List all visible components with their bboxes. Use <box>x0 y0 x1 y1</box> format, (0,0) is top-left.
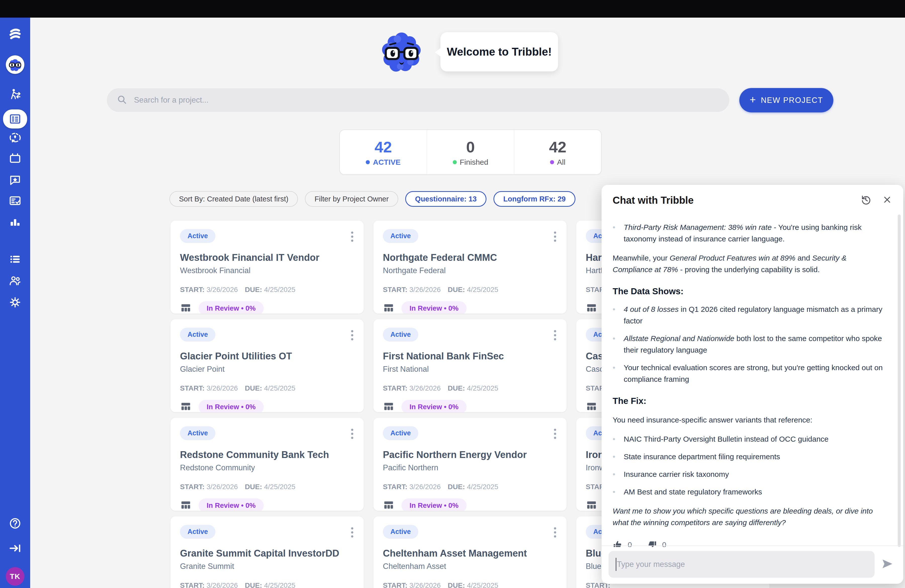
project-dates: START:3/26/2026DUE:4/25/2025 <box>180 384 354 393</box>
welcome-bubble: Welcome to Tribble! <box>440 32 558 72</box>
chat-bullet-list: •4 out of 8 losses in Q1 2026 cited regu… <box>613 304 884 385</box>
project-org: Westbrook Financial <box>180 266 354 275</box>
nav-team-icon[interactable] <box>0 274 30 288</box>
plus-icon: + <box>749 94 756 106</box>
chat-bullet-item: •AM Best and state regulatory frameworks <box>613 486 884 498</box>
project-org: Pacific Northern <box>383 463 557 472</box>
bullet-dot: • <box>613 304 624 327</box>
chat-paragraph: Want me to show you which specific quest… <box>613 505 884 528</box>
status-badge: Active <box>180 229 216 243</box>
sidebar: TK <box>0 17 30 588</box>
new-project-label: NEW PROJECT <box>761 96 823 105</box>
chat-text-segment: State insurance department filing requir… <box>624 453 780 461</box>
project-card[interactable]: ActiveFirst National Bank FinSecFirst Na… <box>373 319 567 412</box>
progress-pill: In Review • 0% <box>402 499 467 511</box>
project-dates: START:3/26/2026DUE:4/25/2025 <box>383 483 557 491</box>
project-card[interactable]: ActiveNorthgate Federal CMMCNorthgate Fe… <box>373 221 567 314</box>
table-icon <box>586 499 597 511</box>
app-root: { "welcome": { "bubble_text": "Welcome t… <box>0 0 905 588</box>
chat-section-heading: The Data Shows: <box>613 286 884 297</box>
stat-active[interactable]: 42 ACTIVE <box>340 130 427 174</box>
project-card[interactable]: ActivePacific Northern Energy VendorPaci… <box>373 418 567 511</box>
project-card[interactable]: ActiveGlacier Point Utilities OTGlacier … <box>170 319 364 412</box>
chat-input[interactable]: Type your message <box>609 551 875 578</box>
card-menu-icon[interactable] <box>350 329 354 344</box>
chat-bullet-item: •4 out of 8 losses in Q1 2026 cited regu… <box>613 304 884 327</box>
top-bar <box>0 0 905 17</box>
project-org: Glacier Point <box>180 365 354 374</box>
nav-sync-icon[interactable] <box>0 131 30 144</box>
nav-settings-icon[interactable] <box>0 296 30 309</box>
chat-bullet-item: •Third-Party Risk Management: 38% win ra… <box>613 222 884 245</box>
nav-projects-icon[interactable] <box>0 110 30 129</box>
project-card[interactable]: ActiveRedstone Community Bank TechRedsto… <box>170 418 364 511</box>
project-stats: 42 ACTIVE 0 Finished 42 All <box>339 130 602 175</box>
chat-text-segment: Want me to show you which specific quest… <box>613 507 873 527</box>
chat-text-segment: Allstate Regional and Nationwide <box>624 334 734 343</box>
send-icon[interactable] <box>881 557 894 571</box>
chat-message: •Third-Party Risk Management: 38% win ra… <box>613 215 884 547</box>
chat-text-segment: Insurance carrier risk taxonomy <box>624 470 729 478</box>
project-card[interactable]: ActiveWestbrook Financial IT VendorWestb… <box>170 221 364 314</box>
nav-analytics-icon[interactable] <box>0 216 30 228</box>
stat-finished[interactable]: 0 Finished <box>427 130 514 174</box>
nav-forms-icon[interactable] <box>0 194 30 207</box>
chat-bullet-item: •NAIC Third-Party Oversight Bulletin ins… <box>613 433 884 445</box>
chat-bullet-item: •Your technical evaluation scores are st… <box>613 362 884 385</box>
questionnaire-chip[interactable]: Questionnaire: 13 <box>405 191 486 207</box>
table-icon <box>383 499 394 511</box>
card-menu-icon[interactable] <box>553 526 557 541</box>
collapse-icon[interactable] <box>0 542 30 555</box>
project-card[interactable]: ActiveGranite Summit Capital InvestorDDG… <box>170 516 364 588</box>
filter-owner-chip[interactable]: Filter by Project Owner <box>305 191 398 207</box>
stat-all[interactable]: 42 All <box>514 130 601 174</box>
sort-by-chip[interactable]: Sort By: Created Date (latest first) <box>170 191 298 207</box>
new-project-button[interactable]: + NEW PROJECT <box>739 88 834 113</box>
search-icon <box>116 94 127 106</box>
longform-rfx-chip[interactable]: Longform RFx: 29 <box>494 191 575 207</box>
progress-pill: In Review • 0% <box>198 301 264 314</box>
chat-text-segment: 4 out of 8 losses <box>624 305 678 313</box>
progress-pill: In Review • 0% <box>402 400 467 412</box>
chat-text-segment: NAIC Third-Party Oversight Bulletin inst… <box>624 435 829 443</box>
tribble-assistant-avatar[interactable] <box>0 55 30 74</box>
user-avatar[interactable]: TK <box>0 567 30 586</box>
status-badge: Active <box>383 525 418 539</box>
project-org: Granite Summit <box>180 562 354 571</box>
status-badge: Active <box>180 426 216 440</box>
bullet-text: Allstate Regional and Nationwide both lo… <box>624 333 884 356</box>
project-card[interactable]: ActiveCheltenham Asset ManagementChelten… <box>373 516 567 588</box>
chat-scrollbar[interactable] <box>898 215 901 547</box>
project-search <box>107 88 729 112</box>
card-menu-icon[interactable] <box>350 427 354 442</box>
bullet-dot: • <box>613 433 624 445</box>
nav-calendar-icon[interactable] <box>0 152 30 165</box>
card-menu-icon[interactable] <box>350 230 354 245</box>
nav-queue-icon[interactable] <box>0 253 30 266</box>
search-input[interactable] <box>134 95 687 105</box>
bullet-dot: • <box>613 222 624 245</box>
nav-chat-icon[interactable] <box>0 173 30 186</box>
card-menu-icon[interactable] <box>553 329 557 344</box>
chat-title: Chat with Tribble <box>613 195 694 206</box>
help-icon[interactable] <box>0 516 30 530</box>
chat-history-icon[interactable] <box>860 194 872 207</box>
card-menu-icon[interactable] <box>553 427 557 442</box>
card-menu-icon[interactable] <box>553 230 557 245</box>
chat-close-icon[interactable] <box>882 195 892 206</box>
chat-text-segment: Third-Party Risk Management: 38% win rat… <box>624 223 772 231</box>
chat-divider <box>602 545 903 546</box>
nav-handoff-icon[interactable] <box>0 88 30 101</box>
bullet-dot: • <box>613 451 624 462</box>
bullet-text: Insurance carrier risk taxonomy <box>624 469 884 480</box>
table-icon <box>383 302 394 314</box>
bullet-text: Third-Party Risk Management: 38% win rat… <box>624 222 884 245</box>
chat-bullet-item: •Allstate Regional and Nationwide both l… <box>613 333 884 356</box>
project-dates: START:3/26/2026DUE:4/25/2025 <box>180 483 354 491</box>
stat-finished-value: 0 <box>466 138 475 156</box>
card-menu-icon[interactable] <box>350 526 354 541</box>
project-dates: START:3/26/2026DUE:4/25/2025 <box>180 286 354 294</box>
table-icon <box>383 400 394 412</box>
project-org: First National <box>383 365 557 374</box>
tribble-logo[interactable] <box>0 27 30 41</box>
